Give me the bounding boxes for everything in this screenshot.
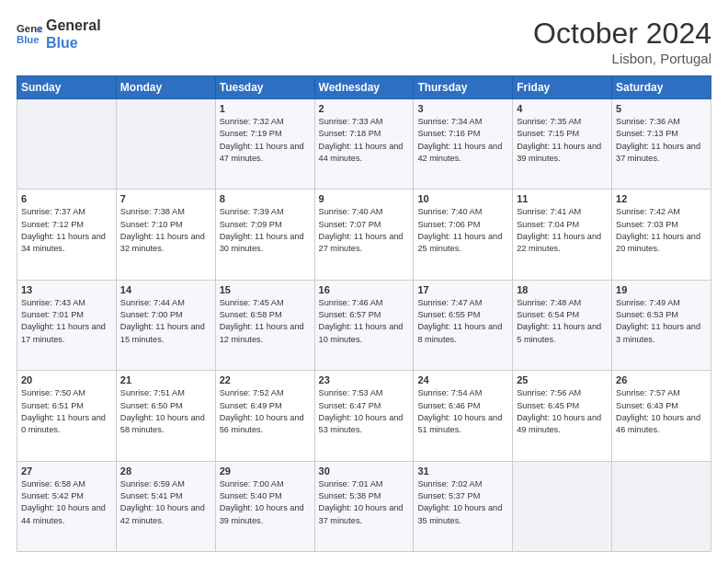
calendar-cell: 29Sunrise: 7:00 AM Sunset: 5:40 PM Dayli… bbox=[215, 461, 314, 551]
calendar-cell: 24Sunrise: 7:54 AM Sunset: 6:46 PM Dayli… bbox=[414, 371, 513, 461]
calendar-cell: 18Sunrise: 7:48 AM Sunset: 6:54 PM Dayli… bbox=[513, 280, 612, 370]
day-header-thursday: Thursday bbox=[414, 76, 513, 99]
day-number: 21 bbox=[120, 374, 211, 385]
cell-content: Sunrise: 7:35 AM Sunset: 7:15 PM Dayligh… bbox=[517, 116, 608, 165]
calendar-week-1: 1Sunrise: 7:32 AM Sunset: 7:19 PM Daylig… bbox=[17, 99, 711, 190]
day-number: 8 bbox=[220, 193, 311, 204]
day-number: 11 bbox=[517, 193, 608, 204]
day-number: 2 bbox=[319, 103, 410, 114]
day-number: 13 bbox=[21, 284, 112, 295]
cell-content: Sunrise: 7:45 AM Sunset: 6:58 PM Dayligh… bbox=[220, 297, 311, 346]
day-number: 1 bbox=[220, 103, 311, 114]
logo: General Blue General Blue bbox=[17, 17, 101, 52]
calendar-week-3: 13Sunrise: 7:43 AM Sunset: 7:01 PM Dayli… bbox=[17, 280, 711, 370]
cell-content: Sunrise: 7:44 AM Sunset: 7:00 PM Dayligh… bbox=[120, 297, 211, 346]
calendar-cell: 13Sunrise: 7:43 AM Sunset: 7:01 PM Dayli… bbox=[17, 280, 117, 370]
calendar-cell: 14Sunrise: 7:44 AM Sunset: 7:00 PM Dayli… bbox=[116, 280, 215, 370]
calendar-cell: 4Sunrise: 7:35 AM Sunset: 7:15 PM Daylig… bbox=[513, 99, 612, 190]
day-header-tuesday: Tuesday bbox=[215, 76, 314, 99]
calendar-week-5: 27Sunrise: 6:58 AM Sunset: 5:42 PM Dayli… bbox=[17, 461, 711, 551]
day-number: 29 bbox=[220, 465, 311, 477]
day-number: 5 bbox=[616, 103, 707, 114]
calendar-cell bbox=[513, 461, 612, 551]
calendar-cell: 31Sunrise: 7:02 AM Sunset: 5:37 PM Dayli… bbox=[414, 461, 513, 551]
calendar-cell: 27Sunrise: 6:58 AM Sunset: 5:42 PM Dayli… bbox=[17, 461, 117, 551]
day-number: 4 bbox=[517, 103, 608, 114]
calendar-cell: 8Sunrise: 7:39 AM Sunset: 7:09 PM Daylig… bbox=[215, 190, 314, 280]
day-number: 12 bbox=[616, 193, 707, 204]
calendar-cell: 7Sunrise: 7:38 AM Sunset: 7:10 PM Daylig… bbox=[116, 190, 215, 280]
cell-content: Sunrise: 7:01 AM Sunset: 5:38 PM Dayligh… bbox=[319, 478, 410, 527]
calendar-cell: 28Sunrise: 6:59 AM Sunset: 5:41 PM Dayli… bbox=[116, 461, 215, 551]
logo-icon: General Blue bbox=[17, 21, 42, 47]
day-number: 20 bbox=[21, 374, 112, 385]
calendar-cell: 9Sunrise: 7:40 AM Sunset: 7:07 PM Daylig… bbox=[314, 190, 414, 280]
day-number: 10 bbox=[417, 193, 508, 204]
cell-content: Sunrise: 6:59 AM Sunset: 5:41 PM Dayligh… bbox=[120, 478, 211, 527]
cell-content: Sunrise: 7:33 AM Sunset: 7:18 PM Dayligh… bbox=[319, 116, 410, 165]
logo-text-blue: Blue bbox=[46, 34, 101, 52]
day-number: 17 bbox=[417, 284, 508, 295]
day-number: 3 bbox=[417, 103, 508, 114]
cell-content: Sunrise: 7:38 AM Sunset: 7:10 PM Dayligh… bbox=[120, 206, 211, 255]
calendar-cell: 5Sunrise: 7:36 AM Sunset: 7:13 PM Daylig… bbox=[612, 99, 711, 190]
calendar-cell: 2Sunrise: 7:33 AM Sunset: 7:18 PM Daylig… bbox=[314, 99, 414, 190]
calendar-week-2: 6Sunrise: 7:37 AM Sunset: 7:12 PM Daylig… bbox=[17, 190, 711, 280]
day-number: 9 bbox=[319, 193, 410, 204]
cell-content: Sunrise: 7:40 AM Sunset: 7:07 PM Dayligh… bbox=[319, 206, 410, 255]
calendar-cell: 21Sunrise: 7:51 AM Sunset: 6:50 PM Dayli… bbox=[116, 371, 215, 461]
cell-content: Sunrise: 6:58 AM Sunset: 5:42 PM Dayligh… bbox=[21, 478, 112, 527]
cell-content: Sunrise: 7:39 AM Sunset: 7:09 PM Dayligh… bbox=[220, 206, 311, 255]
cell-content: Sunrise: 7:34 AM Sunset: 7:16 PM Dayligh… bbox=[417, 116, 508, 165]
cell-content: Sunrise: 7:53 AM Sunset: 6:47 PM Dayligh… bbox=[319, 387, 410, 436]
day-number: 30 bbox=[319, 465, 410, 477]
cell-content: Sunrise: 7:41 AM Sunset: 7:04 PM Dayligh… bbox=[517, 206, 608, 255]
svg-text:Blue: Blue bbox=[17, 34, 40, 45]
day-number: 25 bbox=[517, 374, 608, 385]
calendar-cell: 22Sunrise: 7:52 AM Sunset: 6:49 PM Dayli… bbox=[215, 371, 314, 461]
day-number: 23 bbox=[319, 374, 410, 385]
calendar-cell: 6Sunrise: 7:37 AM Sunset: 7:12 PM Daylig… bbox=[17, 190, 117, 280]
day-number: 15 bbox=[220, 284, 311, 295]
calendar-cell: 16Sunrise: 7:46 AM Sunset: 6:57 PM Dayli… bbox=[314, 280, 414, 370]
cell-content: Sunrise: 7:48 AM Sunset: 6:54 PM Dayligh… bbox=[517, 297, 608, 346]
day-number: 26 bbox=[616, 374, 707, 385]
calendar-cell: 3Sunrise: 7:34 AM Sunset: 7:16 PM Daylig… bbox=[414, 99, 513, 190]
cell-content: Sunrise: 7:02 AM Sunset: 5:37 PM Dayligh… bbox=[417, 478, 508, 527]
page: General Blue General Blue October 2024 L… bbox=[0, 0, 728, 563]
calendar-cell: 25Sunrise: 7:56 AM Sunset: 6:45 PM Dayli… bbox=[513, 371, 612, 461]
day-header-saturday: Saturday bbox=[612, 76, 711, 99]
calendar-cell: 10Sunrise: 7:40 AM Sunset: 7:06 PM Dayli… bbox=[414, 190, 513, 280]
cell-content: Sunrise: 7:32 AM Sunset: 7:19 PM Dayligh… bbox=[220, 116, 311, 165]
cell-content: Sunrise: 7:54 AM Sunset: 6:46 PM Dayligh… bbox=[417, 387, 508, 436]
cell-content: Sunrise: 7:49 AM Sunset: 6:53 PM Dayligh… bbox=[616, 297, 707, 346]
calendar-cell: 19Sunrise: 7:49 AM Sunset: 6:53 PM Dayli… bbox=[612, 280, 711, 370]
day-number: 31 bbox=[417, 465, 508, 477]
cell-content: Sunrise: 7:47 AM Sunset: 6:55 PM Dayligh… bbox=[417, 297, 508, 346]
cell-content: Sunrise: 7:43 AM Sunset: 7:01 PM Dayligh… bbox=[21, 297, 112, 346]
calendar-cell: 20Sunrise: 7:50 AM Sunset: 6:51 PM Dayli… bbox=[17, 371, 117, 461]
cell-content: Sunrise: 7:50 AM Sunset: 6:51 PM Dayligh… bbox=[21, 387, 112, 436]
logo-text-general: General bbox=[46, 17, 101, 34]
calendar-cell bbox=[612, 461, 711, 551]
day-number: 14 bbox=[120, 284, 211, 295]
cell-content: Sunrise: 7:51 AM Sunset: 6:50 PM Dayligh… bbox=[120, 387, 211, 436]
day-number: 28 bbox=[120, 465, 211, 477]
calendar-cell: 15Sunrise: 7:45 AM Sunset: 6:58 PM Dayli… bbox=[215, 280, 314, 370]
location: Lisbon, Portugal bbox=[533, 51, 711, 66]
calendar-week-4: 20Sunrise: 7:50 AM Sunset: 6:51 PM Dayli… bbox=[17, 371, 711, 461]
header: General Blue General Blue October 2024 L… bbox=[17, 17, 711, 66]
day-header-sunday: Sunday bbox=[17, 76, 117, 99]
day-number: 18 bbox=[517, 284, 608, 295]
calendar-cell: 12Sunrise: 7:42 AM Sunset: 7:03 PM Dayli… bbox=[612, 190, 711, 280]
day-number: 19 bbox=[616, 284, 707, 295]
cell-content: Sunrise: 7:57 AM Sunset: 6:43 PM Dayligh… bbox=[616, 387, 707, 436]
cell-content: Sunrise: 7:42 AM Sunset: 7:03 PM Dayligh… bbox=[616, 206, 707, 255]
calendar-cell: 26Sunrise: 7:57 AM Sunset: 6:43 PM Dayli… bbox=[612, 371, 711, 461]
cell-content: Sunrise: 7:37 AM Sunset: 7:12 PM Dayligh… bbox=[21, 206, 112, 255]
cell-content: Sunrise: 7:40 AM Sunset: 7:06 PM Dayligh… bbox=[417, 206, 508, 255]
day-header-friday: Friday bbox=[513, 76, 612, 99]
cell-content: Sunrise: 7:36 AM Sunset: 7:13 PM Dayligh… bbox=[616, 116, 707, 165]
calendar-cell bbox=[17, 99, 117, 190]
day-number: 27 bbox=[21, 465, 112, 477]
